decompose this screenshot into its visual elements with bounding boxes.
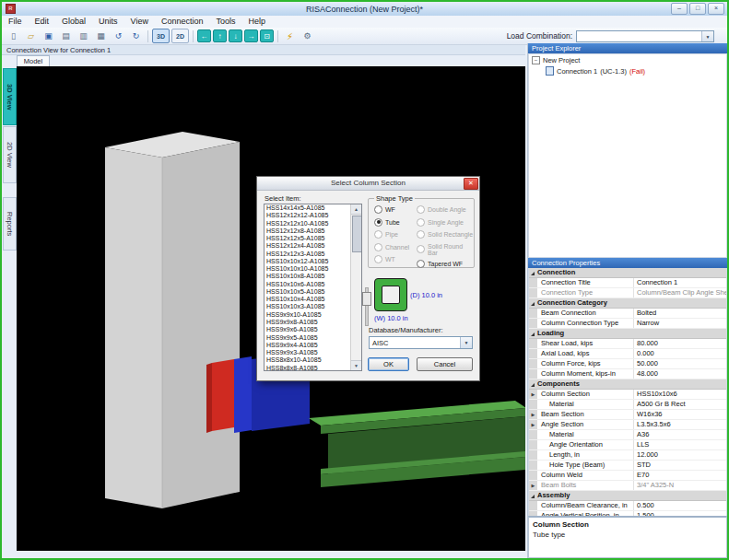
property-value[interactable]: A36 xyxy=(633,430,726,439)
menu-edit[interactable]: Edit xyxy=(29,16,56,28)
list-item[interactable]: HSS9x9x4-A1085 xyxy=(265,342,350,349)
property-row[interactable]: Shear Load, kips80.000 xyxy=(529,339,726,349)
property-row[interactable]: Column Connection TypeNarrow xyxy=(529,319,726,329)
list-item[interactable]: HSS8x8x10-A1085 xyxy=(265,356,350,364)
expand-icon[interactable]: ▶ xyxy=(529,481,537,490)
property-value[interactable]: L3.5x3.5x6 xyxy=(633,420,726,429)
property-category[interactable]: Loading xyxy=(529,329,726,339)
property-value[interactable]: 12.000 xyxy=(633,450,726,460)
property-row[interactable]: Column Moment, kips-in48.000 xyxy=(529,369,726,379)
dialog-titlebar[interactable]: Select Column Section ✕ xyxy=(257,177,479,191)
property-row[interactable]: ▶Beam SectionW16x36 xyxy=(529,410,726,420)
minimize-button[interactable]: – xyxy=(671,3,688,15)
property-row[interactable]: Axial Load, kips0.000 xyxy=(529,349,726,359)
expand-icon[interactable]: ▶ xyxy=(529,410,537,419)
property-row[interactable]: Column/Beam Clearance, in0.500 xyxy=(529,501,726,511)
property-row[interactable]: Connection TypeColumn/Beam Clip Angle Sh… xyxy=(529,288,726,298)
sidetab-3d-view[interactable]: 3D View xyxy=(3,68,17,125)
undo-button[interactable]: ↺ xyxy=(111,29,126,43)
print-button[interactable]: ▤ xyxy=(58,29,74,43)
property-value[interactable]: 0.000 xyxy=(633,349,726,358)
property-value[interactable]: W16x36 xyxy=(633,410,726,419)
property-value[interactable]: 50.000 xyxy=(633,359,726,368)
list-item[interactable]: HSS12x12x12-A1085 xyxy=(265,212,350,219)
shape-tapered-wf-radio[interactable]: Tapered WF xyxy=(417,260,474,268)
property-value[interactable]: Connection 1 xyxy=(633,278,726,287)
scrollbar-thumb[interactable] xyxy=(352,216,362,252)
property-category[interactable]: Assembly xyxy=(529,491,726,501)
list-item[interactable]: HSS9x9x5-A1085 xyxy=(265,334,350,342)
sidetab-2d-view[interactable]: 2D View xyxy=(3,126,17,183)
new-file-button[interactable]: ▯ xyxy=(6,29,21,43)
tree-root-node[interactable]: − New Project xyxy=(529,54,726,64)
collapse-icon[interactable]: − xyxy=(532,56,540,64)
property-row[interactable]: MaterialA500 Gr B Rect xyxy=(529,400,726,410)
property-row[interactable]: Length, in12.000 xyxy=(529,450,726,461)
list-item[interactable]: HSS9x9x8-A1085 xyxy=(265,319,350,326)
menu-connection[interactable]: Connection xyxy=(155,16,210,28)
maximize-button[interactable]: □ xyxy=(689,3,706,15)
list-item[interactable]: HSS9x9x10-A1085 xyxy=(265,311,350,319)
list-item[interactable]: HSS12x12x8-A1085 xyxy=(265,228,350,235)
solve-button[interactable]: ⚡ xyxy=(282,29,298,43)
list-item[interactable]: HSS8x8x8-A1085 xyxy=(265,365,350,371)
list-item[interactable]: HSS9x9x6-A1085 xyxy=(265,326,350,333)
rotate-up-button[interactable]: ↑ xyxy=(213,29,227,42)
list-item[interactable]: HSS12x12x4-A1085 xyxy=(265,242,350,250)
list-item[interactable]: HSS14x14x5-A1085 xyxy=(265,204,350,212)
menu-file[interactable]: File xyxy=(2,16,29,28)
expand-icon[interactable]: ▶ xyxy=(529,390,537,399)
dialog-close-button[interactable]: ✕ xyxy=(464,178,478,190)
property-value[interactable]: 3/4" A325-N xyxy=(633,481,726,490)
view-2d-toggle[interactable]: 2D xyxy=(171,29,189,43)
property-row[interactable]: Column WeldE70 xyxy=(529,471,726,481)
rotate-left-button[interactable]: ← xyxy=(197,29,211,42)
property-value[interactable]: STD xyxy=(633,461,726,470)
report-button[interactable]: ▥ xyxy=(76,29,91,43)
list-item[interactable]: HSS10x10x3-A1085 xyxy=(265,303,350,310)
close-button[interactable]: × xyxy=(708,3,724,15)
property-row[interactable]: Column Force, kips50.000 xyxy=(529,359,726,369)
open-button[interactable]: ▱ xyxy=(23,29,39,43)
list-item[interactable]: HSS10x10x4-A1085 xyxy=(265,296,350,303)
sidetab-reports[interactable]: Reports xyxy=(3,197,17,251)
list-item[interactable]: HSS10x10x10-A1085 xyxy=(265,265,350,273)
menu-global[interactable]: Global xyxy=(55,16,92,28)
property-row[interactable]: ▶Beam Bolts3/4" A325-N xyxy=(529,481,726,491)
property-row[interactable]: ▶Angle SectionL3.5x3.5x6 xyxy=(529,420,726,430)
list-item[interactable]: HSS10x10x12-A1085 xyxy=(265,258,350,265)
menu-units[interactable]: Units xyxy=(92,16,124,28)
property-value[interactable]: HSS10x10x6 xyxy=(633,390,726,399)
list-item[interactable]: HSS10x10x6-A1085 xyxy=(265,281,350,288)
property-value[interactable]: 80.000 xyxy=(633,339,726,348)
property-value[interactable]: E70 xyxy=(633,471,726,480)
view-3d-toggle[interactable]: 3D xyxy=(152,29,170,43)
property-row[interactable]: Hole Type (Beam)STD xyxy=(529,461,726,471)
property-category[interactable]: Connection Category xyxy=(529,298,726,309)
property-row[interactable]: Beam ConnectionBolted xyxy=(529,309,726,319)
list-item[interactable]: HSS10x10x5-A1085 xyxy=(265,288,350,296)
property-value[interactable]: LLS xyxy=(633,440,726,449)
cancel-button[interactable]: Cancel xyxy=(417,357,473,371)
shape-wf-radio[interactable]: WF xyxy=(374,205,409,214)
slider-thumb[interactable] xyxy=(362,292,371,306)
zoom-extents-button[interactable]: ⊡ xyxy=(260,29,274,42)
property-row[interactable]: Connection TitleConnection 1 xyxy=(529,278,726,288)
menu-tools[interactable]: Tools xyxy=(209,16,241,28)
menu-view[interactable]: View xyxy=(124,16,155,28)
menu-help[interactable]: Help xyxy=(241,16,272,28)
database-select[interactable]: AISC ▼ xyxy=(369,336,473,349)
tree-connection-node[interactable]: Connection 1 (UC-1.3) (Fail) xyxy=(529,64,726,76)
copy-button[interactable]: ▦ xyxy=(93,29,109,43)
redo-button[interactable]: ↻ xyxy=(128,29,144,43)
scroll-up-icon[interactable]: ▲ xyxy=(351,204,361,215)
load-combination-select[interactable]: ▼ xyxy=(576,30,714,42)
save-button[interactable]: ▣ xyxy=(41,29,56,43)
property-value[interactable]: A500 Gr B Rect xyxy=(633,400,726,409)
property-value[interactable]: Narrow xyxy=(633,319,726,328)
property-row[interactable]: ▶Column SectionHSS10x10x6 xyxy=(529,390,726,400)
property-value[interactable]: Column/Beam Clip Angle Shear Conn xyxy=(633,288,726,298)
list-item[interactable]: HSS12x12x3-A1085 xyxy=(265,251,350,258)
expand-icon[interactable]: ▶ xyxy=(529,420,537,429)
property-value[interactable]: 48.000 xyxy=(633,369,726,379)
